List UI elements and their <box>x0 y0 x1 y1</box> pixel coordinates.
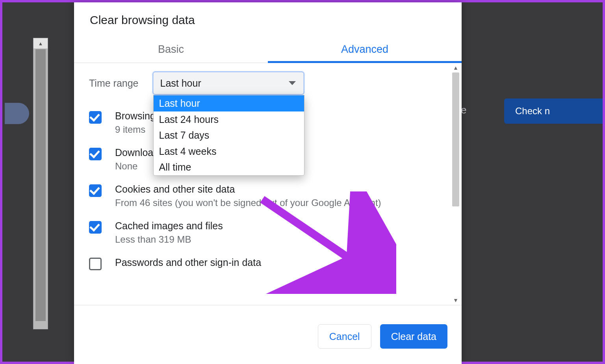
item-title: Cached images and files <box>115 220 443 232</box>
dialog-scrollbar[interactable]: ▲ ▼ <box>450 63 462 305</box>
checkbox-download-history[interactable] <box>89 148 102 160</box>
item-title: Passwords and other sign-in data <box>115 257 443 268</box>
item-subtitle: From 46 sites (you won't be signed out o… <box>115 197 443 208</box>
background-check-button: Check n <box>504 98 603 124</box>
list-item: Cookies and other site data From 46 site… <box>89 184 443 208</box>
checkbox-passwords[interactable] <box>89 258 102 270</box>
item-subtitle: Less than 319 MB <box>115 234 443 245</box>
checkbox-cached[interactable] <box>89 221 102 234</box>
scroll-down-icon[interactable]: ▼ <box>450 295 462 305</box>
time-range-option[interactable]: All time <box>154 159 304 175</box>
dialog-title: Clear browsing data <box>74 2 462 37</box>
checkbox-cookies[interactable] <box>89 184 102 197</box>
clear-data-button[interactable]: Clear data <box>380 324 447 349</box>
tab-basic[interactable]: Basic <box>74 37 268 63</box>
time-range-dropdown: Last hour Last 24 hours Last 7 days Last… <box>153 95 304 176</box>
dialog-body: Time range Last hour Last hour Last 24 h… <box>74 63 462 305</box>
tab-advanced[interactable]: Advanced <box>268 37 462 63</box>
time-range-option[interactable]: Last hour <box>154 95 304 111</box>
scrollbar-thumb[interactable] <box>452 72 459 206</box>
background-pill <box>5 103 29 124</box>
cancel-button[interactable]: Cancel <box>318 324 371 349</box>
dialog-footer: Cancel Clear data <box>74 305 462 364</box>
dialog-tabs: Basic Advanced <box>74 37 462 63</box>
time-range-select[interactable]: Last hour Last hour Last 24 hours Last 7… <box>153 72 304 95</box>
time-range-option[interactable]: Last 24 hours <box>154 111 304 128</box>
list-item: Cached images and files Less than 319 MB <box>89 220 443 245</box>
checkbox-browsing-history[interactable] <box>89 111 102 124</box>
time-range-option[interactable]: Last 7 days <box>154 127 304 143</box>
chevron-down-icon <box>289 81 296 85</box>
time-range-label: Time range <box>89 78 139 89</box>
clear-browsing-data-dialog: Clear browsing data Basic Advanced Time … <box>74 2 462 364</box>
time-range-option[interactable]: Last 4 weeks <box>154 143 304 160</box>
scroll-up-icon[interactable]: ▲ <box>450 63 462 72</box>
background-scrollbar: ▲ <box>33 38 48 329</box>
item-title: Cookies and other site data <box>115 184 443 195</box>
list-item: Passwords and other sign-in data <box>89 257 443 271</box>
time-range-selected-value: Last hour <box>160 78 201 89</box>
background-text: e <box>461 104 466 116</box>
